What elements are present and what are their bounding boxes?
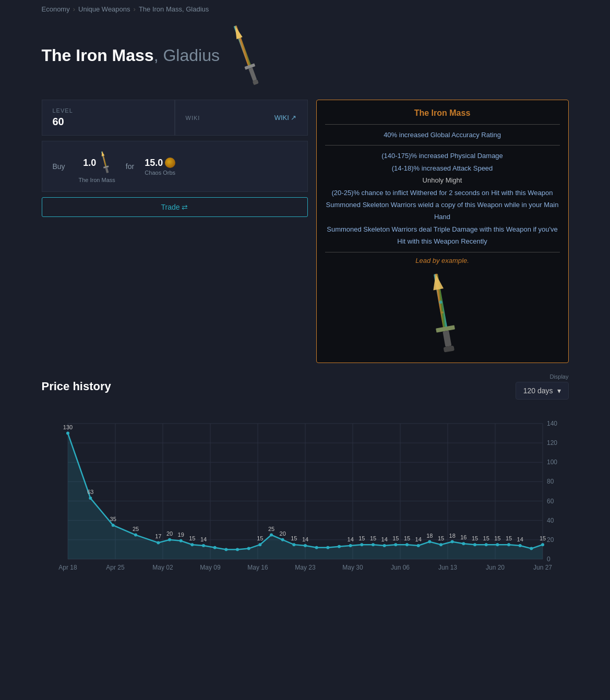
svg-text:14: 14 <box>347 536 353 542</box>
svg-text:14: 14 <box>302 536 308 542</box>
title-area: The Iron Mass, Gladius <box>42 21 569 89</box>
svg-text:15: 15 <box>257 535 263 541</box>
breadcrumb: Economy › Unique Weapons › The Iron Mass… <box>42 5 569 13</box>
svg-point-55 <box>66 431 69 435</box>
svg-text:17: 17 <box>155 533 161 539</box>
price-history-header: Price history Display 120 days ▾ <box>42 373 569 400</box>
svg-point-81 <box>281 538 284 541</box>
display-value: 120 days <box>523 387 553 395</box>
svg-text:130: 130 <box>63 424 72 430</box>
svg-point-71 <box>202 544 205 547</box>
svg-point-89 <box>338 545 341 548</box>
breadcrumb-sep2: › <box>134 5 136 13</box>
breadcrumb-economy[interactable]: Economy <box>42 5 70 13</box>
svg-point-83 <box>292 543 295 546</box>
buy-qty: 1.0 <box>83 158 96 168</box>
buy-item-label: The Iron Mass <box>79 177 115 183</box>
svg-text:15: 15 <box>505 535 511 541</box>
svg-text:Jun 20: Jun 20 <box>485 564 504 571</box>
svg-marker-1 <box>232 25 243 40</box>
item-card-weapon-icon <box>422 271 463 354</box>
level-value: 60 <box>53 116 164 128</box>
wiki-box: WIKI WIKI ↗ <box>175 100 308 136</box>
svg-point-65 <box>168 538 171 541</box>
buy-item: 1.0 <box>79 150 115 183</box>
svg-text:Jun 06: Jun 06 <box>390 564 409 571</box>
svg-point-75 <box>236 548 239 551</box>
item-card: The Iron Mass 40% increased Global Accur… <box>316 100 569 363</box>
breadcrumb-unique-weapons[interactable]: Unique Weapons <box>78 5 130 13</box>
svg-text:25: 25 <box>268 525 274 532</box>
buy-label: Buy <box>53 162 68 171</box>
svg-point-112 <box>473 543 476 546</box>
svg-text:20: 20 <box>279 530 285 536</box>
svg-text:14: 14 <box>200 536 206 542</box>
chevron-down-icon: ▾ <box>557 387 561 395</box>
svg-text:16: 16 <box>460 534 467 540</box>
item-stat-speed: (14-18)% increased Attack Speed <box>325 162 560 174</box>
price-chart-svg: 020406080100120140Apr 18Apr 25May 02May … <box>42 408 569 585</box>
svg-point-102 <box>416 544 420 547</box>
left-panel: LEVEL 60 WIKI WIKI ↗ Buy 1.0 <box>42 100 308 363</box>
svg-point-108 <box>450 540 453 543</box>
svg-text:15: 15 <box>437 535 444 541</box>
item-divider-1 <box>325 124 560 125</box>
svg-point-122 <box>530 547 533 550</box>
svg-text:May 16: May 16 <box>247 564 268 571</box>
svg-text:Jun 27: Jun 27 <box>533 564 552 571</box>
svg-point-67 <box>179 539 182 542</box>
item-stat-accuracy: 40% increased Global Accuracy Rating <box>325 129 560 141</box>
svg-text:May 02: May 02 <box>152 564 173 571</box>
svg-text:14: 14 <box>517 536 523 542</box>
info-row: LEVEL 60 WIKI WIKI ↗ <box>42 100 308 136</box>
svg-point-59 <box>111 524 114 527</box>
svg-text:Apr 18: Apr 18 <box>58 564 77 571</box>
display-select[interactable]: 120 days ▾ <box>516 382 569 400</box>
buy-currency-label: Chaos Orbs <box>145 170 175 176</box>
item-divider-2 <box>325 145 560 146</box>
svg-point-106 <box>439 543 442 546</box>
svg-point-85 <box>304 544 307 547</box>
svg-text:14: 14 <box>381 536 387 542</box>
breadcrumb-sep1: › <box>73 5 75 13</box>
svg-point-100 <box>405 543 409 546</box>
svg-point-61 <box>134 533 137 536</box>
svg-text:May 23: May 23 <box>295 564 316 571</box>
svg-text:15: 15 <box>471 535 477 541</box>
svg-text:15: 15 <box>369 535 376 541</box>
trade-button[interactable]: Trade ⇄ <box>42 197 308 217</box>
item-card-title: The Iron Mass <box>325 108 560 118</box>
svg-text:15: 15 <box>494 535 500 541</box>
svg-point-104 <box>428 540 431 543</box>
svg-rect-8 <box>105 167 109 173</box>
svg-text:35: 35 <box>110 516 116 522</box>
svg-text:May 09: May 09 <box>200 564 221 571</box>
svg-point-110 <box>462 542 465 545</box>
level-box: LEVEL 60 <box>42 100 175 136</box>
buy-weapon-icon <box>99 150 111 176</box>
svg-text:20: 20 <box>166 530 172 536</box>
svg-text:100: 100 <box>547 458 557 466</box>
weapon-image-header <box>230 21 261 89</box>
svg-point-69 <box>190 543 194 546</box>
display-select-wrapper: Display 120 days ▾ <box>516 373 569 400</box>
buy-price-item: 15.0 Chaos Orbs <box>145 158 175 176</box>
svg-point-77 <box>258 543 261 546</box>
page-title: The Iron Mass, Gladius <box>42 46 220 65</box>
svg-point-88 <box>326 546 329 549</box>
svg-rect-3 <box>248 67 257 81</box>
price-history-section: Price history Display 120 days ▾ 0204060… <box>42 373 569 585</box>
svg-text:May 30: May 30 <box>342 564 363 571</box>
item-stat-triple: Summoned Skeleton Warriors deal Triple D… <box>325 223 560 248</box>
display-label: Display <box>549 373 568 380</box>
svg-point-57 <box>89 497 92 500</box>
svg-text:15: 15 <box>483 535 489 541</box>
item-stat-unholy: Unholy Might <box>325 174 560 186</box>
svg-text:25: 25 <box>132 525 138 532</box>
wiki-link[interactable]: WIKI ↗ <box>274 114 297 122</box>
svg-point-90 <box>349 544 352 547</box>
chart-container: 020406080100120140Apr 18Apr 25May 02May … <box>42 408 569 585</box>
item-stat-wield: Summoned Skeleton Warriors wield a copy … <box>325 199 560 223</box>
svg-point-74 <box>224 548 228 551</box>
svg-point-118 <box>507 543 510 546</box>
